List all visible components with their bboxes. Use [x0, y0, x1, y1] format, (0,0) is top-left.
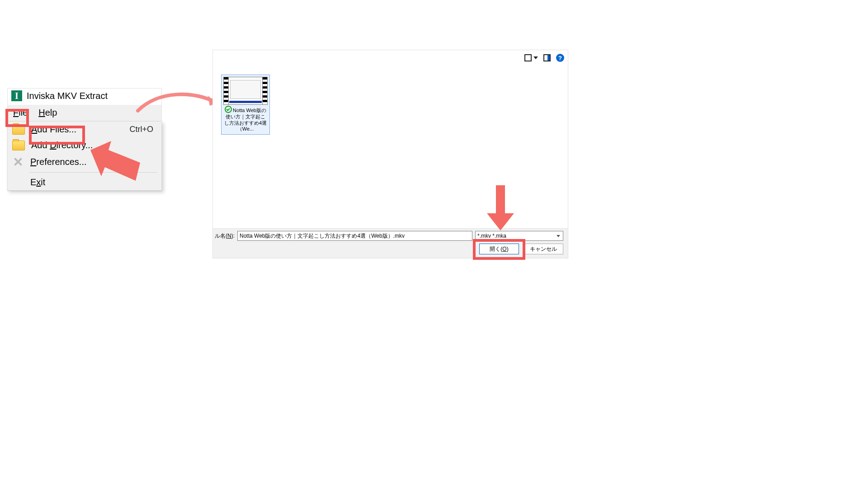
preview-pane-button[interactable]: [543, 54, 551, 61]
panel-icon: [543, 54, 551, 61]
icon-spacer: [12, 178, 24, 187]
chevron-down-icon: [533, 56, 538, 59]
chevron-down-icon: [557, 235, 560, 237]
menu-help-label: elp: [45, 108, 57, 117]
menu-item-add-directory[interactable]: Add Directory...: [8, 137, 161, 153]
menu-item-exit[interactable]: Exit: [8, 174, 161, 190]
file-item-name: Notta Web版の使い方｜文字起こし方法おすすめ4選（We...: [223, 106, 268, 132]
menu-help[interactable]: Help: [33, 105, 62, 121]
video-thumbnail-icon: [223, 77, 268, 105]
app-menu-window: I Inviska MKV Extract File Help Add File…: [7, 88, 162, 191]
menu-file[interactable]: File: [8, 105, 33, 121]
add-files-label: dd Files...: [37, 124, 76, 134]
folder-icon: [12, 141, 25, 150]
folder-icon: [12, 125, 25, 135]
add-files-shortcut: Ctrl+O: [129, 125, 153, 134]
exit-label: it: [41, 177, 45, 187]
filename-input[interactable]: [237, 231, 472, 241]
menu-separator: [29, 172, 157, 173]
title-bar: I Inviska MKV Extract: [8, 89, 161, 105]
menubar: File Help: [8, 105, 161, 121]
dialog-bottom-bar: ル名(N): *.mkv *.mka 開く(O) キャンセル: [213, 228, 568, 258]
filename-label: ル名(N):: [215, 232, 235, 240]
filetype-value: *.mkv *.mka: [477, 233, 506, 239]
menu-item-preferences[interactable]: Preferences...: [8, 153, 161, 170]
tools-icon: [12, 156, 24, 168]
menu-item-add-files[interactable]: Add Files... Ctrl+O: [8, 122, 161, 137]
view-mode-button[interactable]: [524, 54, 538, 61]
open-button[interactable]: 開く(O): [479, 244, 519, 254]
file-item[interactable]: Notta Web版の使い方｜文字起こし方法おすすめ4選（We...: [221, 75, 270, 135]
add-directory-label: irectory...: [57, 140, 93, 150]
app-icon: I: [11, 90, 22, 101]
preferences-label: references...: [36, 157, 86, 167]
menu-file-label: ile: [19, 108, 28, 117]
cancel-label: キャンセル: [530, 245, 557, 253]
help-icon: ?: [556, 54, 564, 62]
file-open-dialog: ? Notta Web版の使い方｜文字起こし方法おすすめ4選（We... ル名(…: [212, 50, 568, 258]
square-icon: [524, 54, 532, 61]
cancel-button[interactable]: キャンセル: [524, 244, 563, 254]
dialog-help-button[interactable]: ?: [556, 54, 564, 62]
filetype-combo[interactable]: *.mkv *.mka: [475, 231, 563, 241]
sync-ok-icon: [225, 106, 232, 113]
file-menu-dropdown: Add Files... Ctrl+O Add Directory... Pre…: [7, 121, 162, 191]
dialog-toolbar: ?: [524, 54, 564, 62]
app-title: Inviska MKV Extract: [27, 91, 108, 101]
